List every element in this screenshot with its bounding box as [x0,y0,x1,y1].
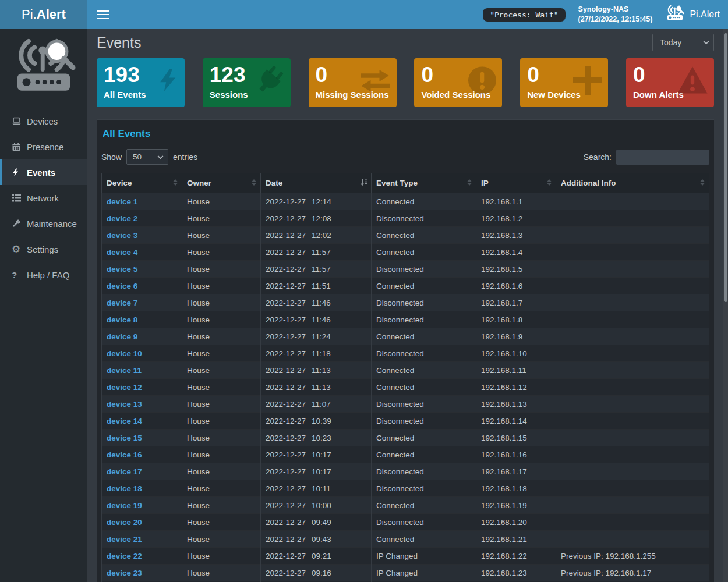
device-link[interactable]: device 6 [107,282,137,290]
column-header-additional-info[interactable]: Additional Info [556,173,709,193]
sort-descending-icon[interactable] [361,179,367,187]
device-cell: device 7 [102,294,182,311]
column-header-event-type[interactable]: Event Type [372,173,476,193]
search-input[interactable] [616,150,709,165]
sidebar-toggle-icon[interactable] [97,10,109,19]
sidebar-item-devices[interactable]: Devices [0,108,87,134]
date-cell: 2022-12-2710:17 [261,463,372,480]
device-link[interactable]: device 13 [107,400,142,409]
device-cell: device 3 [102,227,182,244]
ip-cell: 192.168.1.21 [476,531,556,548]
card-voided-sessions[interactable]: 0 Voided Sessions [414,58,502,107]
pialert-logo-icon [0,29,87,108]
card-new-devices[interactable]: 0 New Devices [520,58,608,107]
sidebar-item-help[interactable]: ? Help / FAQ [0,262,87,288]
additional-info-cell [556,345,709,362]
ip-cell: 192.168.1.18 [476,480,556,497]
device-cell: device 20 [102,514,182,531]
column-header-ip[interactable]: IP [476,173,556,193]
device-link[interactable]: device 11 [107,366,142,375]
device-link[interactable]: device 8 [107,315,137,324]
page-scrollbar[interactable] [723,29,728,582]
app-logo[interactable]: Pi.Alert [0,0,87,29]
device-link[interactable]: device 20 [107,518,142,527]
device-link[interactable]: device 5 [107,265,137,274]
sidebar-item-settings[interactable]: ⚙ Settings [0,236,87,262]
device-cell: device 21 [102,531,182,548]
device-cell: device 14 [102,413,182,430]
additional-info-cell [556,514,709,531]
table-row: device 1House2022-12-2712:14Connected192… [102,193,709,210]
card-missing-sessions[interactable]: 0 Missing Sessions [309,58,397,107]
sort-icon[interactable] [699,179,705,187]
table-row: device 7House2022-12-2711:46Disconnected… [102,294,709,311]
device-link[interactable]: device 18 [107,484,142,493]
date-cell: 2022-12-2711:46 [261,311,372,328]
event-type-cell: Connected [372,446,476,463]
column-header-date[interactable]: Date [261,173,372,193]
owner-cell: House [182,328,261,345]
additional-info-cell [556,328,709,345]
device-link[interactable]: device 15 [107,434,142,442]
additional-info-cell [556,227,709,244]
ip-cell: 192.168.1.3 [476,227,556,244]
sidebar-item-network[interactable]: Network [0,185,87,211]
period-select[interactable]: Today [652,34,714,51]
device-link[interactable]: device 16 [107,450,142,459]
host-info: Synology-NAS (27/12/2022, 12:15:45) [578,5,653,24]
date-cell: 2022-12-2710:23 [261,430,372,446]
device-link[interactable]: device 1 [107,197,137,206]
device-link[interactable]: device 17 [107,467,142,476]
card-all-events[interactable]: 193 All Events [97,58,185,107]
sidebar-item-maintenance[interactable]: Maintenance [0,211,87,236]
card-sessions[interactable]: 123 Sessions [203,58,291,107]
device-link[interactable]: device 14 [107,417,142,425]
device-link[interactable]: device 7 [107,299,137,307]
app-link[interactable]: Pi.Alert [665,5,720,24]
sidebar-item-events[interactable]: Events [0,159,87,185]
event-type-cell: Connected [372,278,476,294]
device-cell: device 5 [102,261,182,278]
column-header-owner[interactable]: Owner [182,173,261,193]
ip-cell: 192.168.1.5 [476,261,556,278]
device-link[interactable]: device 9 [107,332,137,341]
exclamation-circle-icon [468,66,496,94]
device-cell: device 23 [102,565,182,581]
process-status-badge: "Process: Wait" [483,8,565,22]
owner-cell: House [182,446,261,463]
event-type-cell: Connected [372,193,476,210]
sort-icon[interactable] [172,179,178,187]
device-link[interactable]: device 21 [107,535,142,544]
date-cell: 2022-12-2712:02 [261,227,372,244]
device-link[interactable]: device 3 [107,231,137,240]
owner-cell: House [182,379,261,396]
table-row: device 20House2022-12-2709:49Disconnecte… [102,514,709,531]
date-cell: 2022-12-2711:07 [261,396,372,413]
device-link[interactable]: device 19 [107,501,142,510]
device-link[interactable]: device 10 [107,349,142,358]
additional-info-cell [556,210,709,227]
device-link[interactable]: device 22 [107,552,142,560]
plus-icon [573,66,602,95]
device-cell: device 22 [102,548,182,565]
period-select-wrap: Today [652,34,714,51]
ip-cell: 192.168.1.13 [476,396,556,413]
sidebar-item-presence[interactable]: Presence [0,134,87,159]
sidebar-item-label: Maintenance [27,219,77,229]
sort-icon[interactable] [467,179,472,187]
device-link[interactable]: device 12 [107,383,142,392]
card-down-alerts[interactable]: 0 Down Alerts [626,58,714,107]
sort-icon[interactable] [251,179,257,187]
table-row: device 13House2022-12-2711:07Disconnecte… [102,396,709,413]
device-link[interactable]: device 2 [107,214,137,223]
sort-icon[interactable] [546,179,552,187]
column-header-device[interactable]: Device [102,173,182,193]
sidebar-menu: Devices Presence Events Network [0,108,87,288]
table-row: device 4House2022-12-2711:57Connected192… [102,244,709,261]
device-link[interactable]: device 23 [107,569,142,577]
scrollbar-thumb[interactable] [724,33,727,302]
device-link[interactable]: device 4 [107,248,137,257]
ip-cell: 192.168.1.14 [476,413,556,430]
page-length-select[interactable]: 50 [126,149,168,165]
event-type-cell: IP Changed [372,548,476,565]
